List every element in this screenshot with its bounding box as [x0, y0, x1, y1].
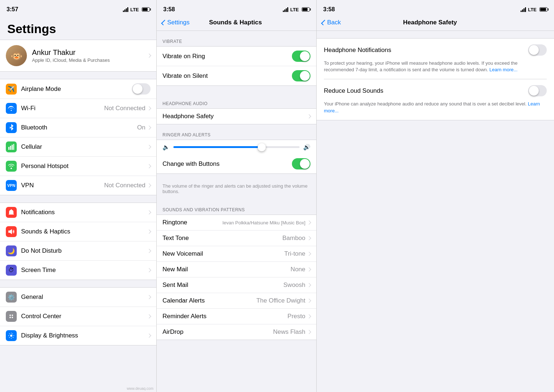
- headphone-notifications-row: Headphone Notifications: [324, 44, 547, 56]
- avatar-emoji: 🐵: [10, 50, 23, 62]
- sounds-label: Sounds & Haptics: [21, 228, 148, 235]
- reduce-loud-sounds-desc-text: Your iPhone can analyze headphone audio …: [324, 101, 528, 107]
- volume-slider-fill: [173, 146, 262, 148]
- sidebar-item-hotspot[interactable]: Personal Hotspot: [0, 157, 156, 176]
- reminder-alerts-value: Presto: [288, 313, 305, 320]
- wifi-value: Not Connected: [104, 105, 145, 112]
- new-mail-row[interactable]: New Mail None: [157, 262, 316, 277]
- bluetooth-chevron: [147, 125, 151, 129]
- svg-point-4: [11, 168, 12, 169]
- sidebar-item-wifi[interactable]: Wi-Fi Not Connected: [0, 99, 156, 118]
- calendar-alerts-chevron: [307, 299, 311, 303]
- screen-time-icon: ⏱: [6, 265, 17, 276]
- ringtone-value: Ievan Polkka/Hatsune Miku [Music Box]: [222, 220, 305, 225]
- headphone-safety-row[interactable]: Headphone Safety: [157, 109, 316, 124]
- sounds-panel: 3:58 LTE Settings Sounds & Haptics VIBRA…: [156, 0, 316, 392]
- cellular-icon: [6, 141, 17, 152]
- time-p2: 3:58: [163, 6, 175, 13]
- vibrate-section: Vibrate on Ring Vibrate on Silent: [157, 46, 316, 86]
- svg-point-7: [9, 317, 11, 318]
- change-with-buttons-toggle[interactable]: [292, 158, 310, 169]
- sidebar-item-notifications[interactable]: Notifications: [0, 203, 156, 222]
- text-tone-label: Text Tone: [162, 235, 282, 242]
- reduce-loud-sounds-toggle[interactable]: [528, 85, 547, 96]
- ringtone-chevron: [307, 220, 311, 224]
- hotspot-icon: [6, 161, 17, 172]
- status-bar-p1: 3:57 LTE: [0, 0, 156, 16]
- calendar-alerts-row[interactable]: Calendar Alerts The Office Dwight: [157, 293, 316, 309]
- display-label: Display & Brightness: [21, 332, 148, 339]
- airplane-mode-label: Airplane Mode: [21, 85, 132, 93]
- airdrop-row[interactable]: AirDrop News Flash: [157, 324, 316, 340]
- back-button-p3[interactable]: Back: [322, 19, 341, 26]
- bluetooth-icon: [6, 122, 17, 133]
- vibrate-silent-label: Vibrate on Silent: [162, 72, 292, 80]
- volume-slider-row[interactable]: 🔈 🔊: [157, 140, 316, 154]
- vibrate-ring-toggle[interactable]: [292, 51, 310, 62]
- bluetooth-value: On: [137, 124, 145, 131]
- sidebar-item-display[interactable]: Display & Brightness: [0, 326, 156, 345]
- reminder-alerts-row[interactable]: Reminder Alerts Presto: [157, 309, 316, 324]
- svg-rect-2: [12, 145, 13, 150]
- sidebar-item-sounds[interactable]: Sounds & Haptics: [0, 222, 156, 241]
- sidebar-item-vpn[interactable]: VPN VPN Not Connected: [0, 176, 156, 195]
- screen-time-chevron: [147, 268, 151, 272]
- airdrop-label: AirDrop: [162, 328, 273, 336]
- vibrate-header: VIBRATE: [157, 31, 316, 46]
- svg-rect-1: [10, 146, 11, 150]
- sidebar-item-bluetooth[interactable]: Bluetooth On: [0, 118, 156, 137]
- svg-rect-3: [13, 144, 15, 150]
- sidebar-item-cellular[interactable]: Cellular: [0, 137, 156, 157]
- notifications-section: Notifications Sounds & Haptics 🌙 Do Not …: [0, 203, 156, 280]
- vibrate-silent-row[interactable]: Vibrate on Silent: [157, 66, 316, 85]
- volume-slider-thumb[interactable]: [258, 143, 266, 151]
- text-tone-row[interactable]: Text Tone Bamboo: [157, 231, 316, 246]
- vibrate-ring-row[interactable]: Vibrate on Ring: [157, 47, 316, 66]
- volume-slider-track[interactable]: [173, 146, 300, 148]
- hotspot-chevron: [147, 164, 151, 168]
- headphone-notifications-desc-text: To protect your hearing, your iPhone wil…: [324, 60, 518, 72]
- battery-icon-p1: [142, 7, 150, 12]
- svg-rect-0: [8, 147, 9, 150]
- wifi-chevron: [147, 106, 151, 110]
- screen-time-label: Screen Time: [21, 267, 148, 274]
- headphone-notifications-desc: To protect your hearing, your iPhone wil…: [324, 60, 547, 73]
- hotspot-label: Personal Hotspot: [21, 163, 148, 170]
- network-section: ✈️ Airplane Mode Wi-Fi Not Connected Blu…: [0, 79, 156, 195]
- back-chevron-p3: [321, 20, 327, 25]
- page-title-settings: Settings: [0, 16, 156, 40]
- volume-high-icon: 🔊: [303, 144, 310, 151]
- indicators-p3: LTE: [521, 7, 547, 12]
- signal-icon-p3: [521, 7, 526, 12]
- lte-label-p2: LTE: [290, 7, 299, 12]
- new-voicemail-row[interactable]: New Voicemail Tri-tone: [157, 246, 316, 262]
- back-button-p2[interactable]: Settings: [162, 19, 189, 26]
- headphone-safety-label: Headphone Safety: [162, 113, 308, 120]
- airplane-mode-toggle[interactable]: [132, 83, 150, 95]
- dnd-icon: 🌙: [6, 245, 17, 256]
- airplane-mode-icon: ✈️: [6, 84, 17, 95]
- ringtone-row[interactable]: Ringtone Ievan Polkka/Hatsune Miku [Musi…: [157, 215, 316, 231]
- sidebar-item-general[interactable]: ⚙️ General: [0, 288, 156, 307]
- new-voicemail-value: Tri-tone: [284, 250, 305, 257]
- sounds-scroll[interactable]: VIBRATE Vibrate on Ring Vibrate on Silen…: [157, 31, 316, 392]
- sent-mail-row[interactable]: Sent Mail Swoosh: [157, 277, 316, 293]
- vibrate-silent-toggle[interactable]: [292, 70, 310, 81]
- profile-sub: Apple ID, iCloud, Media & Purchases: [32, 57, 142, 63]
- sounds-patterns-section: Ringtone Ievan Polkka/Hatsune Miku [Musi…: [157, 215, 316, 340]
- signal-icon-p1: [123, 7, 128, 12]
- sidebar-item-screen-time[interactable]: ⏱ Screen Time: [0, 261, 156, 280]
- ringer-section: 🔈 🔊 Change with Buttons: [157, 140, 316, 174]
- profile-cell[interactable]: 🐵 Ankur Thakur Apple ID, iCloud, Media &…: [0, 40, 156, 72]
- sidebar-item-dnd[interactable]: 🌙 Do Not Disturb: [0, 241, 156, 261]
- headphone-notifications-toggle[interactable]: [528, 44, 547, 56]
- new-mail-value: None: [290, 266, 305, 273]
- headphone-safety-chevron: [307, 114, 311, 118]
- calendar-alerts-label: Calendar Alerts: [162, 297, 256, 304]
- sidebar-item-control-center[interactable]: Control Center: [0, 307, 156, 326]
- headphone-notifications-learn-more[interactable]: Learn more...: [489, 67, 517, 72]
- nav-bar-p2: Settings Sounds & Haptics: [157, 16, 316, 31]
- change-with-buttons-row[interactable]: Change with Buttons: [157, 154, 316, 173]
- change-with-buttons-desc: The volume of the ringer and alerts can …: [157, 181, 316, 199]
- sidebar-item-airplane-mode[interactable]: ✈️ Airplane Mode: [0, 79, 156, 99]
